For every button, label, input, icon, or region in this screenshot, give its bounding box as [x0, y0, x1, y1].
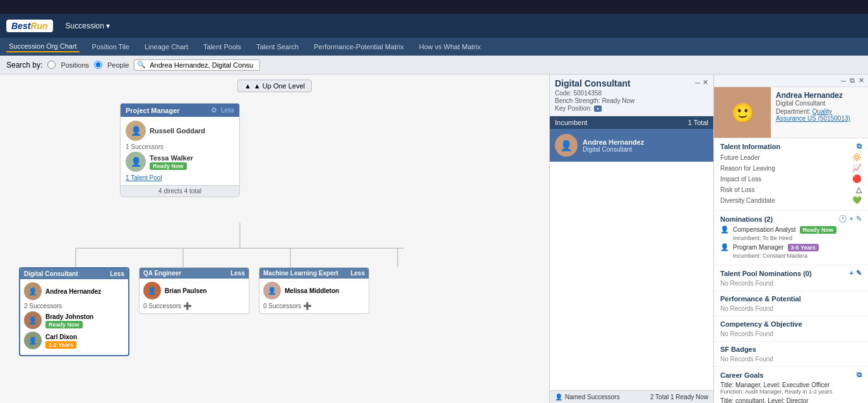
brady-badge: Ready Now [45, 321, 83, 328]
ml-person-name: Melissa Middleton [285, 287, 339, 294]
pm-less-button[interactable]: Less [221, 107, 234, 114]
talent-pool-no-records: No Records Found [720, 280, 862, 287]
ml-successors-label: 0 Successors ➕ [263, 302, 365, 310]
search-input-wrapper[interactable]: 🔍 [134, 59, 260, 71]
detail-panel-title: Digital Consultant [555, 78, 634, 88]
talent-info-title: Talent Information ⧉ [720, 142, 862, 150]
pm-settings-icon[interactable]: ⚙ [211, 106, 217, 114]
nomination-2-name: Program Manager [733, 244, 784, 251]
career-goal-1: Title: Manager, Level: Executive Officer… [720, 382, 862, 395]
future-leader-row: Future Leader 🔆 [720, 153, 862, 162]
competency-title: Competency & Objective [720, 320, 862, 328]
ml-less-button[interactable]: Less [350, 270, 365, 277]
up-one-level-button[interactable]: ▲ ▲ Up One Level [237, 80, 312, 92]
talent-info-section: Talent Information ⧉ Future Leader 🔆 Rea… [714, 138, 868, 211]
tessa-avatar: 👤 [126, 152, 146, 172]
talent-person-info: Andrea Hernandez Digital Consultant Depa… [771, 87, 868, 138]
pm-title: Project Manager [126, 107, 180, 114]
dc-successors-label: 2 Successors [24, 303, 124, 310]
key-position-label: Key Position: [555, 105, 592, 112]
nav-succession-org-chart[interactable]: Succession Org Chart [6, 41, 80, 52]
russell-avatar: 👤 [126, 121, 146, 141]
qa-add-successor-icon[interactable]: ➕ [183, 302, 192, 310]
talent-pool-nominations-title: Talent Pool Nominations (0) + ✎ [720, 269, 862, 277]
talent-close-button[interactable]: ✕ [859, 76, 864, 85]
detail-spacer [550, 162, 713, 390]
talent-person-title: Digital Consultant [776, 100, 863, 107]
talent-dept-label: Department: [776, 108, 811, 115]
impact-loss-label: Impact of Loss [720, 176, 761, 183]
dc-less-button[interactable]: Less [110, 270, 124, 277]
search-input[interactable] [146, 60, 257, 70]
tessa-ready-badge: Ready Now [150, 162, 187, 170]
competency-section: Competency & Objective No Records Found [714, 316, 868, 342]
positions-label: Positions [61, 61, 89, 69]
detail-minimize-button[interactable]: ─ [695, 78, 700, 87]
career-goals-title-text: Career Goals [720, 371, 763, 379]
pm-talent-pool-link[interactable]: 1 Talent Pool [126, 174, 234, 181]
pm-directs-bar: 4 directs 4 total [121, 185, 239, 196]
logo-best: Best [11, 21, 30, 31]
detail-key-position: Key Position: ▪ [555, 105, 634, 112]
talent-info-expand-icon[interactable]: ⧉ [857, 142, 862, 150]
key-position-badge: ▪ [594, 105, 601, 112]
ml-expert-node: Machine Learning Expert Less 👤 Melissa M… [259, 267, 369, 314]
qa-header: QA Engineer Less [140, 268, 249, 279]
pm-person-row: 👤 Russell Goddard [126, 121, 234, 141]
named-successors-bar: 👤 Named Successors 2 Total 1 Ready Now [550, 390, 713, 403]
org-area: ▲ ▲ Up One Level Project Manager ⚙ Less … [0, 75, 549, 403]
positions-radio[interactable] [47, 61, 56, 69]
detail-panel-code: Code: 50014358 [555, 90, 634, 97]
nominations-add-icon[interactable]: + [850, 215, 853, 223]
career-goals-expand-icon[interactable]: ⧉ [857, 371, 862, 379]
incumbent-row[interactable]: 👤 Andrea Hernandez Digital Consultant [550, 129, 713, 162]
nomination-2-icon: 👤 [720, 243, 729, 251]
people-radio[interactable] [94, 61, 102, 69]
nominations-actions: 🕐 + ✎ [838, 215, 862, 223]
pm-successor-name: Tessa Walker [150, 154, 193, 162]
qa-person-name: Brian Paulsen [165, 287, 207, 294]
succession-label: Succession ▾ [66, 21, 110, 30]
succession-dropdown[interactable]: Succession ▾ [66, 21, 110, 30]
talent-pool-edit-icon[interactable]: ✎ [856, 269, 862, 277]
ml-header: Machine Learning Expert Less [259, 268, 369, 279]
performance-title: Performance & Potential [720, 295, 862, 303]
nomination-2-incumbent: Incumbent: Constant Maidera [733, 253, 862, 259]
talent-scroll-area[interactable]: Talent Information ⧉ Future Leader 🔆 Rea… [714, 138, 868, 403]
incumbent-total: 1 Total [688, 119, 708, 126]
dc-title: Digital Consultant [24, 270, 78, 277]
nav-talent-search[interactable]: Talent Search [254, 42, 301, 52]
qa-title: QA Engineer [143, 270, 181, 277]
search-icon: 🔍 [137, 61, 146, 69]
talent-minimize-button[interactable]: ─ [841, 77, 846, 85]
nav-lineage-chart[interactable]: Lineage Chart [142, 42, 191, 52]
brady-avatar: 👤 [24, 311, 42, 329]
nominations-title: Nominations (2) [720, 215, 773, 223]
talent-expand-button[interactable]: ⧉ [850, 76, 855, 85]
carl-name: Carl Dixon [45, 334, 77, 340]
reason-leaving-row: Reason for Leaving 📈 [720, 164, 862, 172]
search-type-group: Positions People [47, 61, 129, 69]
competency-title-text: Competency & Objective [720, 320, 802, 328]
nav-position-tile[interactable]: Position Tile [90, 42, 132, 52]
carl-avatar: 👤 [24, 332, 42, 349]
ml-add-successor-icon[interactable]: ➕ [303, 302, 312, 310]
nominations-edit-icon[interactable]: ✎ [856, 215, 862, 223]
nav-perf-potential[interactable]: Performance-Potential Matrix [311, 42, 406, 52]
talent-photo: 🙂 [714, 87, 771, 138]
qa-less-button[interactable]: Less [230, 270, 245, 277]
carl-badge: 1-2 Years [45, 341, 76, 349]
nominations-clock-icon[interactable]: 🕐 [838, 215, 847, 223]
main-content: ▲ ▲ Up One Level Project Manager ⚙ Less … [0, 75, 868, 403]
logo[interactable]: BestRun [6, 20, 53, 32]
sf-badges-section: SF Badges No Records Found [714, 342, 868, 367]
detail-close-button[interactable]: ✕ [703, 78, 708, 87]
qa-engineer-node: QA Engineer Less 👤 Brian Paulsen 0 Succe… [139, 267, 249, 314]
ml-title: Machine Learning Expert [263, 270, 338, 277]
talent-pool-add-icon[interactable]: + [850, 269, 853, 277]
talent-dept-row: Department: Quality Assurance US (501500… [776, 108, 863, 122]
nav-talent-pools[interactable]: Talent Pools [201, 42, 244, 52]
nav-how-vs-what[interactable]: How vs What Matrix [417, 42, 484, 52]
talent-top-controls: ─ ⧉ ✕ [714, 75, 868, 87]
performance-section: Performance & Potential No Records Found [714, 291, 868, 316]
